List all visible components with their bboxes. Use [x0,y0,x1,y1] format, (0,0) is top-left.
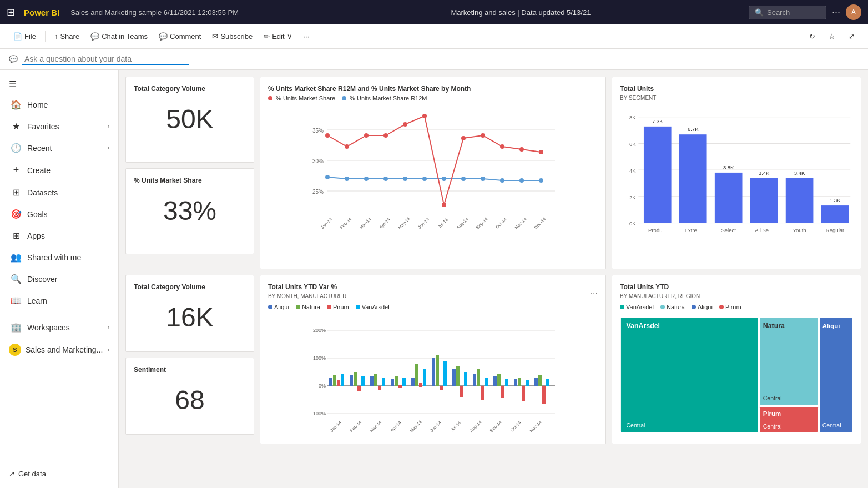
card-title: % Units Market Share [134,177,246,184]
separator [45,31,46,42]
total-units-ytd-card: Total Units YTD BY MANUFACTURER, REGION … [612,275,861,444]
svg-text:Select: Select [721,227,736,233]
total-units-title: Total Units [620,85,853,93]
sidebar-hamburger[interactable]: ☰ [0,74,118,94]
svg-rect-83 [354,372,357,386]
sidebar-item-shared[interactable]: 👥 Shared with me [0,246,118,268]
svg-text:Youth: Youth [793,227,806,233]
svg-rect-110 [493,376,497,386]
ytd-var-subtitle: BY MONTH, MANUFACTURER [268,293,347,299]
topbar-more-button[interactable]: ··· [832,7,840,18]
svg-rect-91 [395,376,398,386]
svg-rect-112 [501,386,504,398]
svg-point-22 [403,122,407,127]
svg-rect-107 [477,369,480,386]
sidebar-item-favorites[interactable]: ★ Favorites › [0,115,118,137]
svg-text:Pirum: Pirum [763,410,781,417]
svg-rect-93 [402,378,406,386]
svg-point-11 [422,177,427,181]
subscribe-icon: ✉ [212,32,218,41]
svg-text:0K: 0K [629,220,636,227]
sidebar-item-datasets[interactable]: ⊞ Datasets [0,182,118,203]
subscribe-button[interactable]: ✉ Subscribe [208,29,257,44]
get-data-button[interactable]: ↗ Get data [0,464,118,484]
total-units-card: Total Units BY SEGMENT 8K 6K 4K 2K 0K [612,77,861,269]
sidebar-item-create[interactable]: + Create [0,159,118,182]
svg-point-24 [442,203,446,207]
svg-rect-87 [374,374,377,386]
favorite-button[interactable]: ☆ [824,29,840,44]
svg-rect-79 [333,375,336,386]
svg-rect-102 [452,369,456,386]
card-title: Total Category Volume [134,85,246,93]
treemap-svg: VanArsdel Central Natura Central Aliqui … [620,314,853,436]
sidebar-item-apps[interactable]: ⊞ Apps [0,225,118,246]
units-market-share-value: 33% [134,195,246,226]
left-column-2: Total Category Volume 16K Sentiment 68 [125,275,254,444]
svg-rect-52 [644,127,672,223]
svg-point-20 [364,133,369,138]
svg-rect-113 [505,379,508,386]
svg-rect-119 [538,375,542,386]
treemap-legend: VanArsdel Natura Aliqui Pirum [620,304,853,310]
svg-rect-104 [460,386,463,397]
svg-text:Central: Central [763,395,782,401]
sidebar-item-home[interactable]: 🏠 Home [0,94,118,115]
comment-button[interactable]: 💬 Comment [154,29,205,44]
total-units-ytd-subtitle: BY MANUFACTURER, REGION [620,293,853,299]
chat-in-teams-button[interactable]: 💬 Chat in Teams [86,29,152,44]
favorites-icon: ★ [11,121,22,132]
svg-text:All Se...: All Se... [755,227,773,233]
svg-rect-85 [361,376,365,386]
legend-pirum: Pirum [327,304,349,310]
svg-point-15 [500,178,504,183]
sidebar-item-discover[interactable]: 🔍 Discover [0,268,118,290]
ytd-var-more-button[interactable]: ··· [591,289,598,299]
svg-text:Central: Central [626,422,645,429]
sidebar-item-workspaces[interactable]: 🏢 Workspaces › [0,316,118,338]
sidebar-item-goals[interactable]: 🎯 Goals [0,203,118,225]
edit-button[interactable]: ✏ Edit ∨ [259,29,296,44]
svg-rect-111 [497,374,501,386]
legend-dot-vanarsdel-tm [620,305,624,309]
legend-dot-2 [342,96,346,100]
sidebar-item-learn[interactable]: 📖 Learn [0,290,118,311]
svg-point-19 [345,144,349,149]
search-bar[interactable]: 🔍 Search [749,6,826,19]
svg-point-6 [325,175,330,179]
ytd-var-legend: Aliqui Natura Pirum VanArsdel [268,304,598,310]
svg-text:May-14: May-14 [409,419,423,434]
svg-point-17 [539,178,543,183]
file-button[interactable]: 📄 File [9,29,41,44]
sales-chevron-icon: › [108,347,109,353]
learn-icon: 📖 [11,295,22,306]
sidebar-item-sales[interactable]: S Sales and Marketing... › [0,338,118,361]
units-market-share-card: % Units Market Share 33% [125,168,254,254]
svg-text:Jun-14: Jun-14 [417,217,430,230]
svg-rect-139 [820,318,852,432]
fullscreen-button[interactable]: ⤢ [844,29,859,44]
qa-input[interactable] [22,53,189,65]
share-button[interactable]: ↑ Share [50,29,84,44]
refresh-button[interactable]: ↻ [805,29,820,44]
workspaces-icon: 🏢 [11,322,22,333]
svg-point-8 [364,177,369,181]
svg-text:Feb-14: Feb-14 [339,217,353,230]
datasets-icon: ⊞ [11,187,22,198]
sidebar-item-recent[interactable]: 🕒 Recent › [0,137,118,159]
svg-rect-96 [419,383,422,387]
more-button[interactable]: ··· [299,29,314,44]
edit-icon: ✏ [264,32,270,41]
total-units-subtitle: BY SEGMENT [620,95,853,101]
main-layout: ☰ 🏠 Home ★ Favorites › 🕒 Recent › + Crea… [0,70,868,488]
svg-text:200%: 200% [313,328,326,333]
svg-text:1.3K: 1.3K [830,197,841,203]
waffle-icon[interactable]: ⊞ [7,6,15,18]
line-chart-title: % Units Market Share R12M and % Units Ma… [268,85,598,93]
legend-dot-natura-tm [660,305,665,309]
svg-point-18 [325,133,330,138]
svg-point-28 [519,147,524,152]
legend-dot-pirum [327,305,331,309]
user-avatar[interactable]: A [846,4,861,20]
svg-text:Produ...: Produ... [648,227,667,233]
